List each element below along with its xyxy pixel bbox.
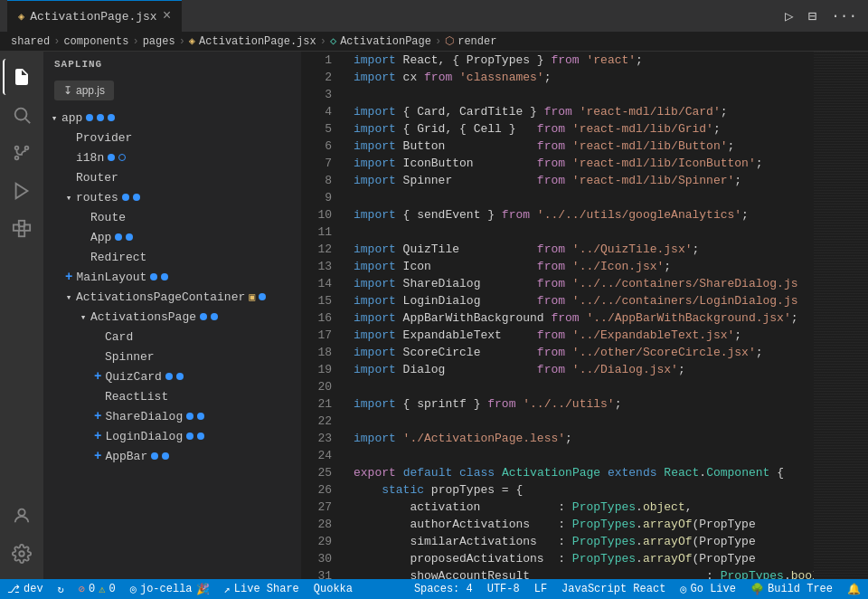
sidebar-header: SAPLING — [43, 52, 301, 77]
tree-item-redirect[interactable]: Redirect — [43, 247, 301, 267]
status-eol[interactable]: LF — [527, 579, 554, 599]
breadcrumb-shared[interactable]: shared — [11, 35, 50, 48]
more-actions-button[interactable]: ··· — [827, 5, 861, 28]
build-tree-icon: 🌳 — [750, 583, 764, 596]
svg-marker-5 — [16, 184, 28, 199]
code-line-9 — [354, 189, 814, 206]
download-icon: ↧ — [63, 84, 72, 97]
tree-item-route[interactable]: Route — [43, 207, 301, 227]
status-go-live[interactable]: ◎ Go Live — [673, 579, 743, 599]
tree-item-activations-container[interactable]: ▾ ActivationsPageContainer ▣ — [43, 287, 301, 307]
tree-label-route: Route — [90, 211, 126, 224]
code-line-20 — [354, 378, 814, 395]
status-left: ⎇ dev ↻ ⊘ 0 ⚠ 0 ◎ jo-cella 🎉 ↗ Live Shar… — [0, 579, 360, 599]
quokka-label: Quokka — [314, 583, 353, 595]
tree-item-reactlist[interactable]: ReactList — [43, 386, 301, 406]
status-notifications[interactable]: 🔔 — [840, 579, 868, 599]
tree-item-router[interactable]: Router — [43, 167, 301, 187]
tree-item-quizcard[interactable]: + QuizCard — [43, 366, 301, 386]
svg-point-2 — [15, 147, 19, 150]
tree-item-spinner[interactable]: Spinner — [43, 347, 301, 366]
tree-item-logindialog[interactable]: + LoginDialog — [43, 426, 301, 446]
breadcrumb-components[interactable]: components — [63, 35, 128, 48]
breadcrumb-method[interactable]: render — [458, 35, 496, 48]
tab-close-button[interactable]: × — [163, 9, 172, 24]
tree-dot — [211, 313, 218, 320]
file-icon: ◈ — [18, 10, 24, 24]
language-label: JavaScript React — [561, 583, 665, 595]
code-content[interactable]: import React, { PropTypes } from 'react'… — [346, 52, 814, 579]
code-line-31: showAccountResult : PropTypes.bool, — [354, 567, 814, 579]
tree-label-logindialog: LoginDialog — [105, 430, 183, 443]
activity-search[interactable] — [4, 97, 40, 133]
tree-dot — [108, 114, 115, 121]
code-line-22 — [354, 413, 814, 430]
status-language[interactable]: JavaScript React — [554, 579, 673, 599]
code-line-2: import cx from 'classnames'; — [354, 69, 814, 86]
activity-files[interactable] — [3, 59, 39, 95]
svg-line-1 — [25, 119, 30, 123]
activity-extensions[interactable] — [4, 211, 40, 247]
tree-arrow-activations-container: ▾ — [61, 291, 76, 303]
activity-account[interactable] — [4, 498, 40, 534]
line-numbers: 1234567891011121314151617181920212223242… — [301, 52, 346, 579]
tree-item-i18n[interactable]: i18n — [43, 147, 301, 167]
branch-name: dev — [24, 583, 43, 595]
code-line-26: static propTypes = { — [354, 481, 814, 499]
tree-dot — [86, 114, 93, 121]
activity-run[interactable] — [4, 173, 40, 209]
tree-label-reactlist: ReactList — [105, 390, 168, 404]
go-live-icon: ◎ — [680, 583, 686, 596]
tree-dot — [115, 233, 122, 241]
status-user[interactable]: ◎ jo-cella 🎉 — [123, 579, 217, 599]
tree-dot — [176, 373, 184, 380]
status-sync[interactable]: ↻ — [51, 579, 71, 599]
tree-item-sharedialog[interactable]: + ShareDialog — [43, 406, 301, 426]
status-errors[interactable]: ⊘ 0 ⚠ 0 — [71, 579, 123, 599]
activity-bar — [0, 52, 43, 579]
go-live-label: Go Live — [691, 583, 736, 595]
tree-label-quizcard: QuizCard — [105, 370, 161, 384]
editor-tab[interactable]: ◈ ActivationPage.jsx × — [7, 0, 182, 32]
activity-bottom — [4, 498, 40, 579]
tree-dot — [200, 313, 207, 320]
tree-dot — [259, 293, 266, 300]
breadcrumb-file[interactable]: ActivationPage.jsx — [199, 35, 316, 48]
split-editor-button[interactable]: ⊟ — [805, 4, 821, 29]
tree-item-activations-page[interactable]: ▾ ActivationsPage — [43, 307, 301, 327]
breadcrumb-method-icon: ⬡ — [445, 34, 454, 48]
activity-source-control[interactable] — [4, 135, 40, 171]
minimap-content — [814, 52, 868, 579]
tree-item-provider[interactable]: Provider — [43, 128, 301, 147]
title-bar: ◈ ActivationPage.jsx × ▷ ⊟ ··· — [0, 0, 868, 32]
status-liveshare[interactable]: ↗ Live Share — [217, 579, 307, 599]
tree-label-sharedialog: ShareDialog — [105, 410, 183, 423]
expand-appbar-icon: + — [94, 449, 101, 463]
tree-arrow-app: ▾ — [47, 112, 61, 124]
activity-settings[interactable] — [4, 536, 40, 572]
tree-item-app[interactable]: ▾ app — [43, 108, 301, 128]
tree-item-appbar[interactable]: + AppBar — [43, 446, 301, 466]
app-js-button[interactable]: ↧ app.js — [54, 81, 114, 100]
tree-label-activations-page: ActivationsPage — [90, 310, 196, 324]
code-line-10: import { sendEvent } from '../../utils/g… — [354, 206, 814, 223]
status-build-tree[interactable]: 🌳 Build Tree — [743, 579, 840, 599]
status-encoding[interactable]: UTF-8 — [480, 579, 527, 599]
tree-item-mainlayout[interactable]: + MainLayout — [43, 267, 301, 287]
run-button[interactable]: ▷ — [781, 4, 797, 29]
code-line-7: import IconButton from 'react-mdl/lib/Ic… — [354, 155, 814, 172]
breadcrumb-pages[interactable]: pages — [143, 35, 175, 48]
tree-item-routes[interactable]: ▾ routes — [43, 187, 301, 207]
code-line-29: similarActivations : PropTypes.arrayOf(P… — [354, 533, 814, 550]
expand-sharedialog-icon: + — [94, 409, 101, 423]
tree-item-app-route[interactable]: App — [43, 227, 301, 247]
tree-dot — [162, 452, 169, 460]
sidebar-tree: ▾ app Provider i18n — [43, 108, 301, 579]
breadcrumb-class[interactable]: ActivationPage — [340, 35, 431, 48]
status-branch[interactable]: ⎇ dev — [0, 579, 51, 599]
tree-label-activations-container: ActivationsPageContainer — [76, 290, 245, 304]
status-quokka[interactable]: Quokka — [307, 579, 360, 599]
tree-item-card[interactable]: Card — [43, 327, 301, 347]
status-spaces[interactable]: Spaces: 4 — [407, 579, 480, 599]
code-line-5: import { Grid, { Cell } from 'react-mdl/… — [354, 120, 814, 138]
